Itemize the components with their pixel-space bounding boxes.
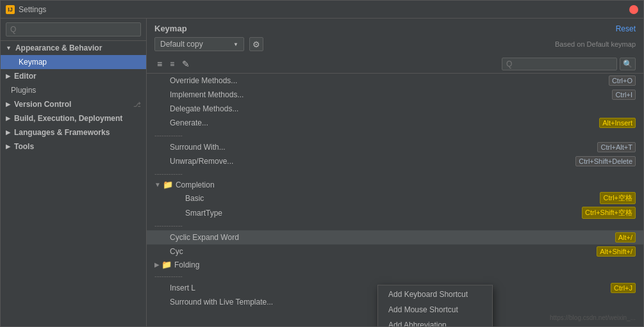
sidebar-item-appearance-behavior[interactable]: ▼ Appearance & Behavior	[1, 41, 146, 55]
based-on-label: Based on Default keymap	[555, 40, 636, 48]
collapse-all-button[interactable]: ≡	[167, 58, 177, 70]
item-shortcut: Ctrl+I	[612, 90, 636, 100]
expand-arrow-icon: ▶	[6, 143, 10, 150]
item-name: Delegate Methods...	[154, 104, 636, 113]
folder-icon: 📁	[161, 260, 172, 269]
sidebar-item-label: Plugins	[11, 86, 36, 95]
url-watermark: https://blog.csdn.net/weixin_...	[550, 314, 636, 321]
close-button[interactable]	[629, 5, 638, 14]
list-item[interactable]: Generate... Alt+Insert	[147, 116, 643, 130]
search-box: 🔍	[502, 58, 636, 70]
item-name: Implement Methods...	[154, 90, 612, 99]
sidebar-item-label: Appearance & Behavior	[15, 44, 102, 52]
expand-arrow-icon: ▶	[6, 101, 10, 108]
item-shortcut: Ctrl+O	[609, 76, 636, 86]
dropdown-value: Default copy	[160, 40, 203, 49]
item-name: Surround With...	[154, 143, 597, 152]
item-shortcut: Ctrl+Shift+Delete	[575, 156, 636, 166]
folder-name: Folding	[174, 260, 199, 269]
expand-arrow-icon: ▶	[6, 115, 10, 122]
separator: ------------	[147, 220, 643, 230]
keymap-list: Override Methods... Ctrl+O Implement Met…	[147, 74, 643, 326]
gear-button[interactable]: ⚙	[249, 37, 263, 51]
item-name: Override Methods...	[154, 76, 609, 85]
window-controls	[629, 5, 638, 14]
item-name: Cyclic Expand Word	[154, 233, 615, 242]
sidebar-item-label: Tools	[14, 142, 34, 151]
actions-bar: ≡ ≡ ✎ 🔍	[147, 55, 643, 74]
sidebar: ▼ Appearance & Behavior Keymap ▶ Editor …	[1, 19, 147, 326]
expand-arrow-icon: ▶	[6, 73, 10, 79]
item-name: Cyc	[154, 247, 597, 256]
item-name: Generate...	[154, 118, 599, 127]
completion-folder[interactable]: ▼ 📁 Completion	[147, 179, 643, 191]
folder-expand-icon: ▼	[154, 181, 161, 188]
separator: ------------	[147, 130, 643, 140]
item-shortcut: Ctrl+Shift+空格	[582, 207, 636, 219]
search-input[interactable]	[502, 58, 617, 70]
context-menu-add-abbrev[interactable]: Add Abbreviation	[378, 317, 492, 326]
keymap-dropdown[interactable]: Default copy ▼	[154, 37, 244, 51]
sidebar-item-label: Languages & Frameworks	[14, 128, 110, 137]
sidebar-search-input[interactable]	[6, 22, 141, 36]
cyclic-expand-word-item[interactable]: Cyclic Expand Word Alt+/	[147, 230, 643, 244]
item-shortcut: Alt+Insert	[599, 118, 636, 128]
edit-button[interactable]: ✎	[179, 58, 192, 70]
app-icon: IJ	[6, 5, 15, 14]
chevron-down-icon: ▼	[233, 42, 238, 47]
sidebar-item-label: Build, Execution, Deployment	[14, 114, 122, 123]
list-item[interactable]: Surround With... Ctrl+Alt+T	[147, 140, 643, 154]
sidebar-item-keymap[interactable]: Keymap	[1, 55, 146, 69]
sidebar-item-version-control[interactable]: ▶ Version Control ⎇	[1, 97, 146, 111]
sidebar-item-tools[interactable]: ▶ Tools	[1, 140, 146, 154]
list-item[interactable]: Unwrap/Remove... Ctrl+Shift+Delete	[147, 154, 643, 168]
sidebar-item-label: Keymap	[19, 58, 47, 67]
reset-button[interactable]: Reset	[616, 24, 636, 33]
context-menu: Add Keyboard Shortcut Add Mouse Shortcut…	[377, 285, 493, 326]
list-item[interactable]: SmartType Ctrl+Shift+空格	[147, 205, 643, 220]
item-shortcut: Ctrl+空格	[600, 192, 636, 204]
expand-arrow-icon: ▼	[6, 45, 12, 51]
sidebar-item-editor[interactable]: ▶ Editor	[1, 69, 146, 83]
expand-all-button[interactable]: ≡	[154, 58, 165, 70]
item-name: SmartType	[154, 209, 582, 218]
separator: ------------	[147, 271, 643, 281]
sidebar-item-plugins[interactable]: Plugins	[1, 83, 146, 97]
folder-name: Completion	[176, 180, 215, 189]
item-shortcut: Ctrl+J	[611, 283, 636, 293]
title-bar: IJ Settings	[1, 1, 643, 19]
item-name: Unwrap/Remove...	[154, 157, 575, 166]
list-item[interactable]: Override Methods... Ctrl+O	[147, 74, 643, 88]
context-menu-add-keyboard[interactable]: Add Keyboard Shortcut	[378, 287, 492, 302]
folder-icon: 📁	[163, 180, 173, 189]
sidebar-item-label: Editor	[14, 72, 37, 81]
window-title: Settings	[19, 5, 46, 14]
main-content: ▼ Appearance & Behavior Keymap ▶ Editor …	[1, 19, 643, 326]
vcs-icon: ⎇	[133, 101, 141, 108]
list-item[interactable]: Delegate Methods...	[147, 102, 643, 116]
page-title: Keymap	[154, 24, 187, 33]
list-item[interactable]: Implement Methods... Ctrl+I	[147, 88, 643, 102]
item-shortcut: Alt+/	[615, 232, 636, 243]
item-name: Basic	[154, 194, 600, 203]
keymap-toolbar: Default copy ▼ ⚙ Based on Default keymap	[147, 33, 643, 55]
sidebar-item-label: Version Control	[14, 100, 71, 109]
item-shortcut: Alt+Shift+/	[597, 246, 636, 257]
sidebar-item-build[interactable]: ▶ Build, Execution, Deployment	[1, 111, 146, 125]
item-shortcut: Ctrl+Alt+T	[597, 142, 636, 152]
sidebar-item-languages[interactable]: ▶ Languages & Frameworks	[1, 125, 146, 140]
list-item[interactable]: Cyc Alt+Shift+/	[147, 244, 643, 259]
expand-arrow-icon: ▶	[6, 129, 10, 136]
settings-window: IJ Settings ▼ Appearance & Behavior Keym…	[0, 0, 644, 327]
sidebar-search-container	[1, 19, 146, 41]
list-item[interactable]: Basic Ctrl+空格	[147, 191, 643, 205]
main-panel: Keymap Reset Default copy ▼ ⚙ Based on D…	[147, 19, 643, 326]
main-header: Keymap Reset	[147, 19, 643, 33]
separator: ------------	[147, 168, 643, 179]
folder-expand-icon: ▶	[154, 261, 160, 268]
search-icon-button[interactable]: 🔍	[620, 58, 636, 70]
context-menu-add-mouse[interactable]: Add Mouse Shortcut	[378, 302, 492, 317]
folding-folder[interactable]: ▶ 📁 Folding	[147, 259, 643, 271]
